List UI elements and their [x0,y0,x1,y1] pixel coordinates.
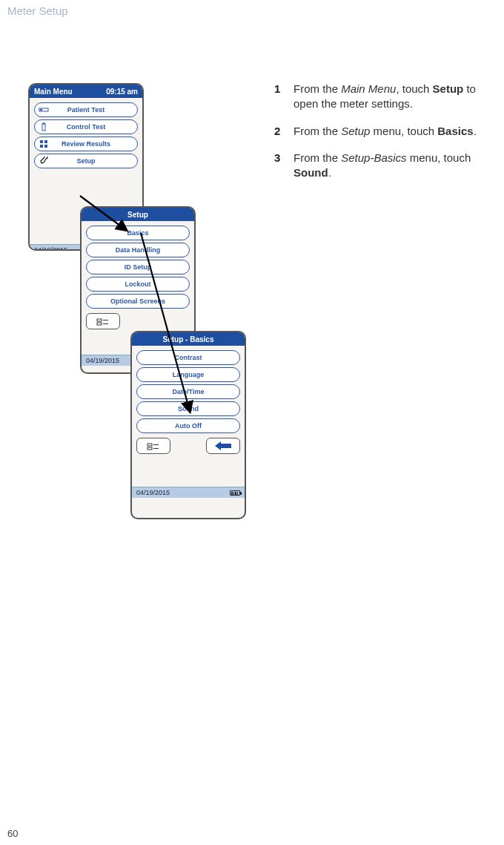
titlebar: Setup [82,208,194,221]
step-number: 1 [274,82,294,112]
bottle-icon [38,122,50,131]
patient-test-button[interactable]: Patient Test [34,102,138,117]
svg-rect-2 [42,124,45,131]
svg-rect-12 [147,444,152,446]
svg-rect-7 [44,145,47,148]
instruction-step: 2 From the Setup menu, touch Basics. [274,124,497,139]
instruction-step: 3 From the Setup-Basics menu, touch Soun… [274,151,497,181]
menu-label: Patient Test [67,106,105,114]
date-time-button[interactable]: Date/Time [136,384,240,399]
instructions-block: 1 From the Main Menu, touch Setup to ope… [274,82,497,192]
grid-icon [38,139,50,148]
svg-rect-1 [40,109,42,111]
footer-row [132,435,245,457]
menu-label: Control Test [67,123,105,131]
menu-body: Patient Test Control Test Review Results… [30,98,142,170]
setup-button[interactable]: Setup [34,154,138,168]
auto-off-button[interactable]: Auto Off [136,418,240,433]
instruction-step: 1 From the Main Menu, touch Setup to ope… [274,82,497,112]
svg-rect-3 [43,123,45,125]
menu-body: Basics Data Handling ID Setup Lockout Op… [82,221,194,310]
date-text: 04/19/2015 [34,246,67,251]
svg-rect-5 [44,140,47,143]
menu-label: Auto Off [175,422,202,430]
menu-label: Contrast [174,354,202,361]
language-button[interactable]: Language [136,367,240,382]
menu-body: Contrast Language Date/Time Sound Auto O… [132,346,245,435]
date-text: 04/19/2015 [86,357,119,364]
screen-title: Setup [127,211,148,219]
home-button[interactable] [86,313,120,329]
lockout-button[interactable]: Lockout [86,277,190,292]
svg-rect-4 [40,140,43,143]
review-results-button[interactable]: Review Results [34,137,138,151]
wrench-icon [38,157,50,165]
screen-title: Setup - Basics [163,335,214,343]
clock: 09:15 am [106,88,138,96]
home-icon [96,316,110,326]
control-test-button[interactable]: Control Test [34,119,138,134]
home-button[interactable] [136,438,170,454]
svg-rect-8 [97,319,102,321]
svg-rect-9 [97,323,102,325]
svg-rect-6 [40,145,43,148]
step-text: From the Setup menu, touch Basics. [294,124,497,139]
titlebar: Main Menu 09:15 am [30,85,142,98]
screen-title: Main Menu [34,88,73,96]
step-text: From the Setup-Basics menu, touch Sound. [294,151,497,181]
id-setup-button[interactable]: ID Setup [86,260,190,274]
date-bar: 04/19/2015 [132,487,245,498]
menu-label: Setup [76,157,95,165]
step-number: 2 [274,124,294,139]
optional-screens-button[interactable]: Optional Screens [86,294,190,309]
menu-label: Review Results [62,140,110,148]
menu-label: Sound [178,405,199,412]
menu-label: Lockout [125,280,151,288]
page-number: 60 [7,828,18,839]
contrast-button[interactable]: Contrast [136,350,240,365]
footer-row [82,310,194,332]
titlebar: Setup - Basics [132,332,245,346]
menu-label: Language [173,371,205,378]
back-arrow-icon [213,441,233,451]
step-text: From the Main Menu, touch Setup to open … [294,82,497,112]
page-header: Meter Setup [7,4,68,17]
back-button[interactable] [206,438,240,454]
svg-rect-13 [147,447,152,450]
device-basics-menu: Setup - Basics Contrast Language Date/Ti… [130,331,246,519]
basics-button[interactable]: Basics [86,226,190,240]
home-icon [146,441,161,451]
data-handling-button[interactable]: Data Handling [86,243,190,257]
menu-label: Optional Screens [110,297,165,305]
sound-button[interactable]: Sound [136,401,240,416]
date-text: 04/19/2015 [136,489,170,496]
menu-label: ID Setup [125,263,152,271]
strip-icon [38,106,50,114]
battery-icon [230,490,240,496]
step-number: 3 [274,151,294,181]
menu-label: Basics [127,229,148,237]
menu-label: Data Handling [116,246,161,254]
menu-label: Date/Time [173,388,205,395]
